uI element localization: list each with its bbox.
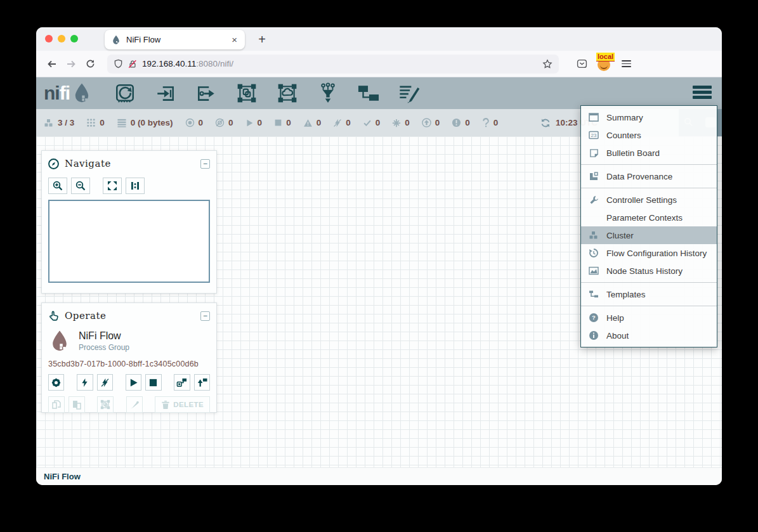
group-button[interactable] (97, 396, 114, 413)
traffic-lights (45, 35, 78, 42)
url-host: 192.168.40.11 (142, 59, 196, 68)
zoom-actual-size-button[interactable] (126, 178, 145, 194)
new-tab-button[interactable]: + (252, 30, 271, 48)
disable-button[interactable] (97, 374, 113, 391)
svg-text:23: 23 (591, 133, 597, 138)
create-template-button[interactable] (174, 374, 190, 391)
menu-item-summary[interactable]: Summary (581, 108, 717, 126)
menu-item-parameter-contexts[interactable]: Parameter Contexts (581, 209, 717, 226)
birdseye-minimap[interactable] (48, 200, 210, 283)
menu-item-controller-settings[interactable]: Controller Settings (581, 191, 717, 209)
label-draggable-icon[interactable] (397, 81, 421, 105)
local-badge: local (596, 53, 615, 62)
stopped-stat: 0 (274, 118, 291, 127)
component-toolbar (113, 81, 421, 105)
browser-tab[interactable]: NiFi Flow × (105, 30, 245, 49)
bookmark-star-icon[interactable] (542, 59, 552, 69)
menu-item-bulletin-board[interactable]: Bulletin Board (581, 144, 717, 162)
question-circle-icon: ? (581, 313, 606, 323)
input-port-draggable-icon[interactable] (154, 81, 178, 105)
start-button[interactable] (126, 374, 141, 391)
output-port-draggable-icon[interactable] (194, 81, 218, 105)
menu-item-node-status-history[interactable]: Node Status History (581, 262, 717, 280)
locally-modified-stat: 0 (392, 118, 410, 127)
logo-drop-icon (71, 82, 93, 104)
area-chart-icon (581, 266, 606, 276)
stopped-count: 0 (286, 118, 291, 127)
process-group-draggable-icon[interactable] (235, 81, 259, 105)
menu-label: Help (606, 313, 624, 323)
tab-title: NiFi Flow (126, 35, 225, 44)
menu-item-cluster[interactable]: Cluster (581, 226, 717, 244)
upload-template-button[interactable] (194, 374, 210, 391)
change-color-button[interactable] (126, 396, 143, 413)
menu-item-counters[interactable]: 23 Counters (581, 126, 717, 144)
flow-name: NiFi Flow (79, 330, 129, 342)
menu-divider (581, 306, 717, 306)
funnel-draggable-icon[interactable] (316, 81, 340, 105)
up-to-date-icon (363, 119, 372, 127)
menu-label: Summary (606, 113, 643, 122)
reload-icon[interactable] (81, 55, 100, 74)
minimize-window-button[interactable] (58, 35, 65, 42)
copy-button[interactable] (48, 396, 65, 413)
breadcrumb-bar: NiFi Flow (36, 467, 722, 485)
menu-divider (581, 164, 717, 165)
template-draggable-icon[interactable] (356, 81, 381, 105)
collapse-navigate-icon[interactable]: − (200, 159, 210, 169)
menu-label: Flow Configuration History (606, 249, 707, 258)
not-transmitting-stat: 0 (215, 118, 233, 127)
tab-close-icon[interactable]: × (230, 34, 239, 45)
global-menu-icon[interactable] (693, 86, 712, 99)
forward-icon[interactable] (62, 55, 81, 74)
profile-avatar[interactable]: local (598, 57, 611, 71)
cluster-icon (44, 118, 54, 128)
menu-item-flow-configuration-history[interactable]: Flow Configuration History (581, 244, 717, 262)
menu-item-data-provenance[interactable]: Data Provenance (581, 167, 717, 185)
delete-button[interactable]: DELETE (155, 396, 210, 413)
disabled-icon (333, 119, 342, 127)
firefox-menu-icon[interactable] (622, 60, 631, 67)
collapse-operate-icon[interactable]: − (200, 311, 210, 321)
close-window-button[interactable] (45, 35, 53, 42)
navigate-toolbar (48, 178, 210, 194)
stale-count: 0 (435, 118, 440, 127)
breadcrumb[interactable]: NiFi Flow (44, 472, 81, 481)
flow-type: Process Group (79, 343, 129, 352)
provenance-icon (581, 171, 606, 181)
menu-item-templates[interactable]: Templates (581, 285, 717, 303)
queued-stat: 0 (0 bytes) (117, 118, 173, 127)
stop-button[interactable] (145, 374, 161, 391)
operate-palette: Operate − NiFi Flow Process Group 35cbd3… (41, 302, 217, 413)
info-circle-icon (581, 330, 606, 341)
running-stat: 0 (245, 118, 263, 127)
pocket-icon[interactable] (577, 58, 587, 69)
processor-draggable-icon[interactable] (113, 81, 137, 105)
screen: NiFi Flow × + (0, 0, 758, 532)
logo-ni: ni (44, 82, 60, 104)
tracking-shield-icon[interactable] (114, 59, 123, 68)
paste-button[interactable] (69, 396, 85, 413)
history-icon (581, 248, 606, 258)
zoom-in-button[interactable] (48, 178, 67, 194)
browser-toolbar: 192.168.40.11:8080/nifi/ local (36, 51, 722, 77)
cluster-count: 3 / 3 (58, 118, 74, 127)
zoom-out-button[interactable] (71, 178, 90, 194)
url-path: :8080/nifi/ (196, 59, 233, 68)
menu-divider (581, 188, 717, 188)
enable-button[interactable] (77, 374, 93, 391)
url-bar[interactable]: 192.168.40.11:8080/nifi/ (107, 55, 559, 74)
configure-button[interactable] (48, 374, 64, 391)
insecure-lock-icon[interactable] (128, 60, 137, 68)
menu-item-about[interactable]: About (581, 327, 717, 344)
back-icon[interactable] (42, 55, 62, 74)
logo-fi: fi (60, 82, 70, 104)
counters-icon: 23 (581, 130, 606, 140)
remote-process-group-draggable-icon[interactable] (275, 81, 299, 105)
trash-icon (161, 400, 170, 410)
locally-modified-count: 0 (405, 118, 410, 127)
zoom-window-button[interactable] (70, 35, 78, 42)
zoom-fit-button[interactable] (103, 178, 122, 194)
refresh-icon[interactable] (540, 118, 551, 128)
menu-item-help[interactable]: ? Help (581, 309, 717, 327)
